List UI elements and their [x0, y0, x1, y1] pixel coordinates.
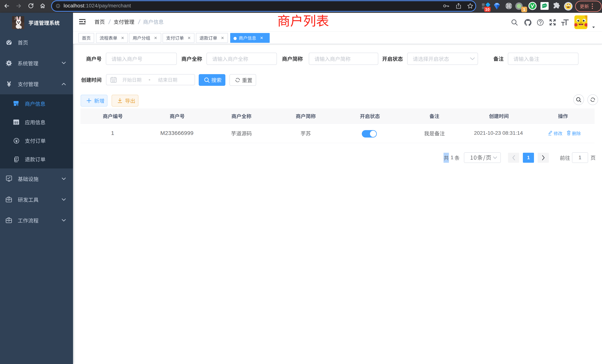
- svg-text:1: 1: [523, 7, 525, 12]
- svg-text:10: 10: [485, 7, 490, 11]
